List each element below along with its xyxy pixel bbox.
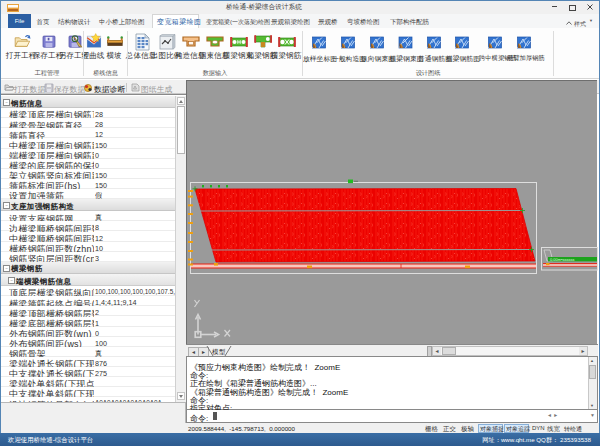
svg-text:0.00m•κκκκκκ: 0.00m•κκκκκκ [550,257,575,262]
